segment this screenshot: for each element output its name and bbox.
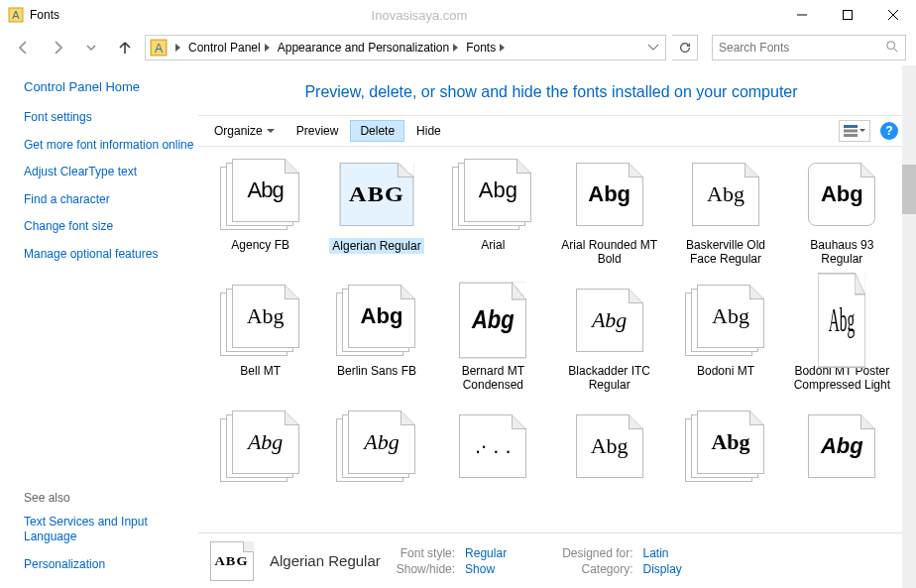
see-also-link[interactable]: Text Services and Input Language xyxy=(24,515,198,545)
font-label: Algerian Regular xyxy=(329,238,423,254)
refresh-button[interactable] xyxy=(672,35,698,60)
font-item[interactable]: AbgBernard MT Condensed xyxy=(437,285,549,403)
details-font-name: Algerian Regular xyxy=(270,552,381,569)
font-sample: Abg xyxy=(232,285,299,348)
fonts-app-icon: A xyxy=(8,7,24,23)
sidebar: Control Panel Home Font settings Get mor… xyxy=(0,65,198,588)
details-pane: ABG Algerian Regular Font style: Regular… xyxy=(198,532,904,588)
svg-line-9 xyxy=(894,48,898,52)
font-item[interactable]: AbgArial Rounded MT Bold xyxy=(553,159,665,277)
sidebar-link[interactable]: Manage optional features xyxy=(24,247,198,263)
font-sample: Abg xyxy=(697,285,764,348)
content-area: Preview, delete, or show and hide the fo… xyxy=(198,65,916,588)
font-label: Bauhaus 93 Regular xyxy=(792,238,891,267)
breadcrumb-chevron[interactable] xyxy=(172,44,184,52)
preview-button[interactable]: Preview xyxy=(286,120,349,142)
font-label: Bodoni MT xyxy=(697,364,754,378)
sidebar-link[interactable]: Get more font information online xyxy=(24,138,198,154)
font-item[interactable]: Abg xyxy=(669,411,781,500)
font-item[interactable]: .· . . xyxy=(437,411,549,500)
details-label: Category: xyxy=(562,562,632,576)
details-label: Show/hide: xyxy=(397,562,455,576)
font-sample: Abg xyxy=(464,159,531,222)
font-item[interactable]: ABGAlgerian Regular xyxy=(320,159,432,277)
font-label: Arial xyxy=(481,238,505,252)
breadcrumb-item[interactable]: Control Panel xyxy=(184,41,274,55)
details-value: Regular xyxy=(465,546,507,560)
font-item[interactable]: AbgBell MT xyxy=(204,285,316,403)
font-sample: Abg xyxy=(808,163,875,226)
font-item[interactable]: AbgAgency FB xyxy=(204,159,316,277)
control-panel-home-link[interactable]: Control Panel Home xyxy=(24,79,198,94)
address-bar[interactable]: A Control Panel Appearance and Personali… xyxy=(145,35,666,60)
up-button[interactable] xyxy=(111,34,139,61)
hide-button[interactable]: Hide xyxy=(406,120,451,142)
address-dropdown-icon[interactable] xyxy=(645,45,661,51)
details-label: Font style: xyxy=(397,546,455,560)
sidebar-link[interactable]: Adjust ClearType text xyxy=(24,165,198,180)
fonts-folder-icon: A xyxy=(150,39,168,57)
svg-rect-12 xyxy=(844,134,858,137)
back-button[interactable] xyxy=(10,34,38,61)
font-item[interactable]: Abg xyxy=(320,411,432,500)
svg-rect-10 xyxy=(844,125,858,128)
font-sample: Abg xyxy=(232,411,299,474)
close-button[interactable] xyxy=(870,0,916,30)
font-sample: ABG xyxy=(340,163,414,226)
breadcrumb-item[interactable]: Fonts xyxy=(462,41,509,55)
font-label: Arial Rounded MT Bold xyxy=(560,238,659,267)
sidebar-link[interactable]: Find a character xyxy=(24,192,198,208)
search-placeholder: Search Fonts xyxy=(719,41,789,55)
font-item[interactable]: AbgBlackadder ITC Regular xyxy=(553,285,665,403)
font-label: Bell MT xyxy=(240,364,281,378)
font-item[interactable]: Abg xyxy=(553,411,665,500)
font-grid: AbgAgency FBABGAlgerian RegularAbgArialA… xyxy=(198,147,904,504)
font-item[interactable]: AbgBaskerville Old Face Regular xyxy=(669,159,781,277)
svg-rect-3 xyxy=(844,11,853,20)
font-sample: Abg xyxy=(348,411,415,474)
details-value: Latin xyxy=(643,546,682,560)
breadcrumb-item[interactable]: Appearance and Personalization xyxy=(274,41,462,55)
font-sample: Abg xyxy=(692,163,759,226)
svg-text:A: A xyxy=(12,9,20,21)
see-also-link[interactable]: Personalization xyxy=(24,557,198,573)
font-item[interactable]: AbgBodoni MT xyxy=(669,285,781,403)
font-item[interactable]: AbgBerlin Sans FB xyxy=(320,285,432,403)
view-icon xyxy=(844,125,858,137)
toolbar: Organize Preview Delete Hide ? xyxy=(198,115,904,147)
scrollbar-thumb[interactable] xyxy=(902,165,916,214)
font-item[interactable]: AbgBauhaus 93 Regular xyxy=(786,159,898,277)
font-sample: Abg xyxy=(808,414,875,478)
recent-dropdown-button[interactable] xyxy=(77,34,105,61)
font-label: Blackadder ITC Regular xyxy=(560,364,659,393)
svg-text:A: A xyxy=(155,42,164,56)
font-sample: .· . . xyxy=(459,414,526,478)
font-item[interactable]: Abg xyxy=(204,411,316,500)
view-options-button[interactable] xyxy=(839,120,870,142)
font-item[interactable]: AbgBodoni MT Poster Compressed Light xyxy=(786,285,898,403)
svg-rect-11 xyxy=(844,130,858,133)
details-label: Designed for: xyxy=(562,546,632,560)
delete-button[interactable]: Delete xyxy=(350,120,404,142)
window-title: Fonts xyxy=(30,8,59,22)
font-item[interactable]: AbgArial xyxy=(437,159,549,277)
font-item[interactable]: Abg xyxy=(786,411,898,500)
sidebar-link[interactable]: Font settings xyxy=(24,110,198,126)
page-heading: Preview, delete, or show and hide the fo… xyxy=(198,83,904,101)
svg-point-8 xyxy=(887,41,895,49)
vertical-scrollbar[interactable] xyxy=(902,65,916,588)
sidebar-link[interactable]: Change font size xyxy=(24,219,198,235)
details-thumbnail: ABG xyxy=(210,541,254,581)
font-sample: Abg xyxy=(576,163,643,226)
help-button[interactable]: ? xyxy=(880,122,898,140)
details-value: Show xyxy=(465,562,507,576)
forward-button[interactable] xyxy=(44,34,71,61)
font-sample: Abg xyxy=(348,285,415,348)
search-input[interactable]: Search Fonts xyxy=(712,35,906,60)
minimize-button[interactable] xyxy=(779,0,825,30)
font-sample: Abg xyxy=(232,159,299,222)
maximize-button[interactable] xyxy=(825,0,870,30)
font-sample: Abg xyxy=(697,411,764,474)
organize-button[interactable]: Organize xyxy=(204,120,285,142)
font-sample: Abg xyxy=(576,289,643,352)
